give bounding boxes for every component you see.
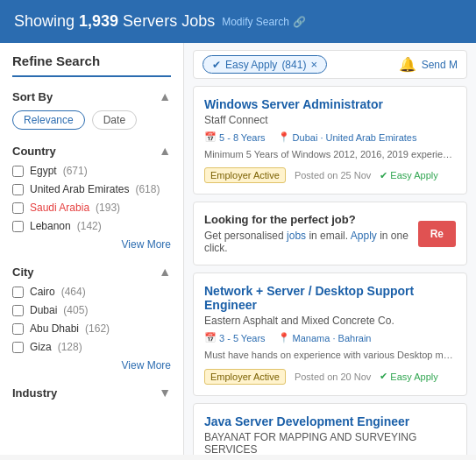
employer-badge-1: Employer Active <box>204 167 286 183</box>
chip-remove-icon[interactable]: × <box>310 58 317 71</box>
sort-by-section: Sort By ▲ Relevance Date <box>12 89 171 130</box>
country-item-uae: United Arab Emirates (618) <box>12 183 171 195</box>
experience-meta-3: 📅 3 - 5 Years <box>204 332 266 343</box>
country-count-lebanon: (142) <box>77 220 102 232</box>
city-item-cairo: Cairo (464) <box>12 286 171 298</box>
easy-apply-chip-count: (841) <box>281 59 306 71</box>
industry-toggle-icon[interactable]: ▼ <box>159 386 171 400</box>
calendar-icon: 📅 <box>204 131 217 143</box>
job-title-1[interactable]: Windows Server Administrator <box>204 97 456 111</box>
experience-value-3: 3 - 5 Years <box>219 333 266 343</box>
city-view-more[interactable]: View More <box>12 359 171 372</box>
city-count-giza: (128) <box>58 341 82 353</box>
country-checkbox-lebanon[interactable] <box>12 221 24 232</box>
country-checkbox-egypt[interactable] <box>12 166 24 177</box>
job-footer-3: Employer Active Posted on 20 Nov ✔ Easy … <box>204 369 456 385</box>
main-layout: Refine Search Sort By ▲ Relevance Date C… <box>0 43 476 455</box>
sort-relevance-button[interactable]: Relevance <box>12 110 85 130</box>
job-card-3: Network + Server / Desktop Support Engin… <box>193 272 467 395</box>
location-value-1: Dubai · United Arab Emirates <box>293 132 417 143</box>
city-name-cairo: Cairo <box>30 286 55 298</box>
sort-date-button[interactable]: Date <box>92 110 137 130</box>
city-item-abudhabi: Abu Dhabi (162) <box>12 322 171 335</box>
city-section: City ▲ Cairo (464) Dubai (405) Abu Dhabi… <box>12 265 171 372</box>
employer-badge-3: Employer Active <box>204 369 286 385</box>
easy-apply-link-1[interactable]: ✔ Easy Apply <box>380 170 437 181</box>
country-toggle-icon[interactable]: ▲ <box>159 144 171 158</box>
sidebar-title: Refine Search <box>12 53 171 77</box>
country-name-saudi: Saudi Arabia <box>30 202 89 214</box>
country-checkbox-saudi[interactable] <box>12 202 24 214</box>
city-count-dubai: (405) <box>63 304 88 316</box>
modify-search-link[interactable]: Modify Search 🔗 <box>222 16 306 28</box>
company-name-1: Staff Connect <box>204 114 456 126</box>
industry-section: Industry ▼ <box>12 386 171 400</box>
job-description-1: Minimum 5 Years of Windows 2012, 2016, 2… <box>204 148 456 161</box>
country-section: Country ▲ Egypt (671) United Arab Emirat… <box>12 144 171 251</box>
easy-apply-link-3[interactable]: ✔ Easy Apply <box>380 371 437 382</box>
city-count-abudhabi: (162) <box>85 322 110 335</box>
modify-search-label: Modify Search <box>222 16 289 28</box>
notification-bell-icon[interactable]: 🔔 <box>399 56 416 73</box>
country-item-saudi: Saudi Arabia (193) <box>12 202 171 214</box>
country-name-uae: United Arab Emirates <box>30 183 129 195</box>
filter-bar: ✔ Easy Apply (841) × 🔔 Send M <box>193 50 467 79</box>
city-item-giza: Giza (128) <box>12 341 171 353</box>
city-toggle-icon[interactable]: ▲ <box>159 265 171 279</box>
country-item-egypt: Egypt (671) <box>12 165 171 177</box>
city-checkbox-giza[interactable] <box>12 342 24 353</box>
promo-card: Looking for the perfect job? Get persona… <box>193 202 467 265</box>
location-icon-3: 📍 <box>278 332 290 343</box>
job-type-title: Servers Jobs <box>118 12 215 30</box>
promo-apply-link[interactable]: Apply <box>351 230 377 242</box>
job-card-1: Windows Server Administrator Staff Conne… <box>193 86 467 195</box>
job-count: 1,939 <box>79 12 118 30</box>
register-button[interactable]: Re <box>418 221 456 247</box>
city-checkbox-abudhabi[interactable] <box>12 323 24 335</box>
location-meta-3: 📍 Manama · Bahrain <box>278 332 372 343</box>
experience-value-1: 5 - 8 Years <box>219 132 266 143</box>
easy-apply-tick-icon-3: ✔ <box>380 371 387 382</box>
page-title: Showing 1,939 Servers Jobs <box>14 12 215 31</box>
location-value-3: Manama · Bahrain <box>293 333 372 343</box>
promo-text: Looking for the perfect job? Get persona… <box>204 213 418 254</box>
city-checkbox-cairo[interactable] <box>12 287 24 298</box>
experience-meta-1: 📅 5 - 8 Years <box>204 131 266 143</box>
city-count-cairo: (464) <box>61 286 86 298</box>
location-meta-1: 📍 Dubai · United Arab Emirates <box>278 131 417 143</box>
send-me-label[interactable]: Send M <box>422 59 458 71</box>
job-results-content: ✔ Easy Apply (841) × 🔔 Send M Windows Se… <box>184 43 476 455</box>
easy-apply-label-1: Easy Apply <box>390 170 437 180</box>
job-title-3[interactable]: Network + Server / Desktop Support Engin… <box>204 284 456 312</box>
city-name-dubai: Dubai <box>30 304 57 316</box>
country-view-more[interactable]: View More <box>12 238 171 251</box>
country-count-saudi: (193) <box>96 202 120 214</box>
job-meta-1: 📅 5 - 8 Years 📍 Dubai · United Arab Emir… <box>204 131 456 143</box>
sort-by-label: Sort By <box>12 90 53 103</box>
sort-by-toggle-icon[interactable]: ▲ <box>159 89 171 103</box>
country-count-egypt: (671) <box>63 165 88 177</box>
promo-subtitle: Get personalised jobs in email. Apply in… <box>204 230 418 254</box>
job-title-4[interactable]: Java Server Development Engineer <box>204 414 456 428</box>
easy-apply-tick-icon: ✔ <box>380 170 387 181</box>
posted-date-1: Posted on 25 Nov <box>295 170 371 180</box>
showing-prefix: Showing <box>14 12 79 30</box>
job-card-4: Java Server Development Engineer BAYANAT… <box>193 403 467 455</box>
easy-apply-filter-chip[interactable]: ✔ Easy Apply (841) × <box>202 55 327 74</box>
city-name-giza: Giza <box>30 341 52 353</box>
country-name-lebanon: Lebanon <box>30 220 71 232</box>
country-checkbox-uae[interactable] <box>12 184 24 195</box>
country-header: Country ▲ <box>12 144 171 158</box>
country-label: Country <box>12 145 56 158</box>
location-icon: 📍 <box>278 131 290 143</box>
company-name-3: Eastern Asphalt and Mixed Concrete Co. <box>204 315 456 327</box>
city-label: City <box>12 265 34 279</box>
job-description-3: Must have hands on experience with vario… <box>204 349 456 362</box>
city-item-dubai: Dubai (405) <box>12 304 171 316</box>
promo-jobs-link[interactable]: jobs <box>287 230 306 242</box>
promo-title: Looking for the perfect job? <box>204 213 418 226</box>
city-checkbox-dubai[interactable] <box>12 305 24 316</box>
industry-header: Industry ▼ <box>12 386 171 400</box>
sort-by-header: Sort By ▲ <box>12 89 171 103</box>
city-header: City ▲ <box>12 265 171 279</box>
